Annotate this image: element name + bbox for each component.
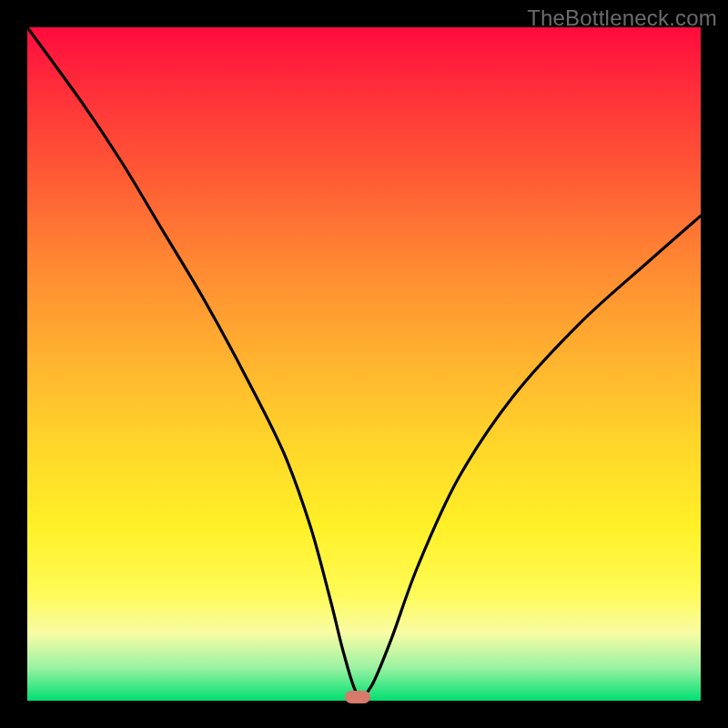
plot-area [27,27,701,701]
chart-frame: TheBottleneck.com [0,0,728,728]
bottleneck-curve [27,27,701,701]
watermark-label: TheBottleneck.com [527,5,717,31]
optimal-marker [345,691,370,703]
curve-path [27,27,701,697]
